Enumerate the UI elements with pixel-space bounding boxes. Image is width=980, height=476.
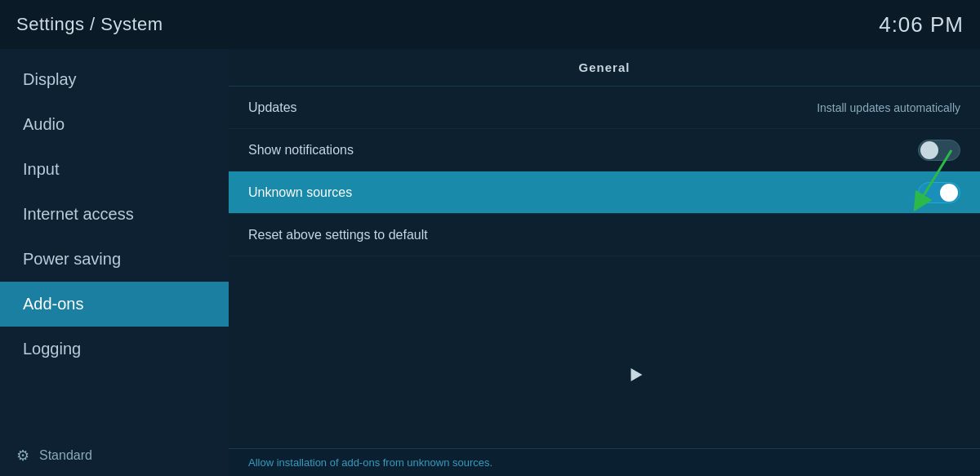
sidebar-item-add-ons[interactable]: Add-ons [0, 282, 229, 327]
content-area: General Updates Install updates automati… [229, 49, 980, 476]
sidebar-item-audio[interactable]: Audio [0, 102, 229, 147]
toggle-show-notifications[interactable] [918, 140, 960, 161]
page-title: Settings / System [16, 14, 163, 35]
standard-label: Standard [39, 448, 92, 463]
sidebar-item-power-saving[interactable]: Power saving [0, 237, 229, 282]
clock: 4:06 PM [879, 12, 964, 38]
setting-row-reset[interactable]: Reset above settings to default [229, 214, 980, 256]
setting-row-updates[interactable]: Updates Install updates automatically [229, 87, 980, 129]
sidebar-bottom: ⚙ Standard [0, 435, 229, 476]
setting-label-show-notifications: Show notifications [248, 143, 354, 158]
sidebar-item-display[interactable]: Display [0, 57, 229, 102]
setting-label-unknown-sources: Unknown sources [248, 185, 352, 200]
main-layout: Display Audio Input Internet access Powe… [0, 49, 980, 476]
header: Settings / System 4:06 PM [0, 0, 980, 49]
sidebar-item-logging[interactable]: Logging [0, 327, 229, 371]
sidebar: Display Audio Input Internet access Powe… [0, 49, 229, 476]
gear-icon: ⚙ [16, 447, 29, 465]
toggle-knob-unknown-sources [940, 184, 958, 202]
toggle-knob-show-notifications [920, 141, 938, 159]
setting-label-reset: Reset above settings to default [248, 228, 428, 242]
updates-right-text: Install updates automatically [817, 101, 960, 114]
sidebar-item-internet-access[interactable]: Internet access [0, 192, 229, 237]
status-bar: Allow installation of add-ons from unkno… [229, 448, 980, 476]
status-text: Allow installation of add-ons from unkno… [248, 456, 492, 469]
setting-row-show-notifications[interactable]: Show notifications [229, 129, 980, 171]
setting-label-updates: Updates [248, 100, 297, 115]
settings-list: Updates Install updates automatically Sh… [229, 87, 980, 448]
sidebar-item-input[interactable]: Input [0, 147, 229, 192]
setting-row-unknown-sources[interactable]: Unknown sources [229, 171, 980, 214]
toggle-unknown-sources[interactable] [918, 182, 960, 203]
section-header: General [229, 49, 980, 87]
